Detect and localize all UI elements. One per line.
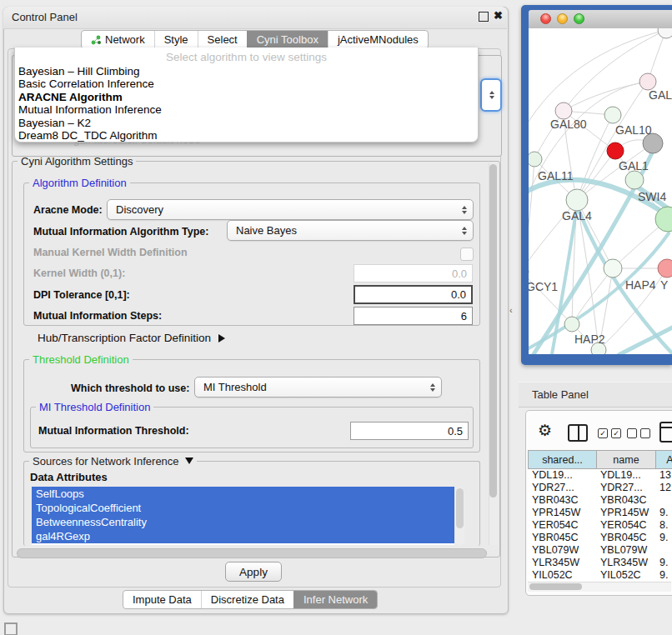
dpi-tolerance-field[interactable]: 0.0 <box>354 285 473 304</box>
mi-threshold-field[interactable]: 0.5 <box>350 422 469 440</box>
table-row[interactable]: YLR345WYLR345W9. <box>528 556 672 568</box>
which-threshold-value: MI Threshold <box>203 381 267 393</box>
algorithm-combo-button[interactable] <box>480 78 502 112</box>
tab-network[interactable]: Network <box>82 31 154 48</box>
algorithm-option-basic-correlation-inference[interactable]: Basic Correlation Inference <box>15 78 478 90</box>
aracne-mode-combo[interactable]: Discovery <box>107 199 474 220</box>
column-header-name[interactable]: name <box>597 451 656 468</box>
algorithm-dropdown-list: Select algorithm to view settings Bayesi… <box>14 48 479 142</box>
collapse-arrow-icon <box>185 458 193 464</box>
algorithm-option-bayesian-k2[interactable]: Bayesian – K2 <box>15 117 478 129</box>
table-cell: YDL19... <box>596 469 655 481</box>
network-edge[interactable] <box>577 200 599 350</box>
network-node[interactable] <box>625 171 644 189</box>
network-node[interactable] <box>604 107 621 123</box>
algorithm-option-mutual-information-inference[interactable]: Mutual Information Inference <box>15 103 478 116</box>
table-row[interactable]: YIL052CYIL052C9. <box>528 568 672 581</box>
algorithm-option-dream8-dc-tdc-algorithm[interactable]: Dream8 DC_TDC Algorithm <box>15 129 478 142</box>
tab-select[interactable]: Select <box>198 31 247 48</box>
table-row[interactable]: YDL19...YDL19...13 <box>528 469 672 482</box>
window-close-icon[interactable] <box>540 13 551 24</box>
tab-impute-data[interactable]: Impute Data <box>123 591 201 608</box>
dpi-tolerance-label: DPI Tolerance [0,1]: <box>33 289 130 301</box>
network-edge[interactable] <box>529 159 534 272</box>
network-canvas[interactable]: GAL7GAL80GAL10GAL1GAL11SWI4GAL4GCY1HAP4Y… <box>529 28 672 354</box>
network-node[interactable] <box>639 73 656 90</box>
manual-kernel-checkbox[interactable] <box>460 248 474 261</box>
tab-label: Impute Data <box>133 593 192 606</box>
network-node[interactable] <box>658 28 672 38</box>
table-cell: YER054C <box>528 519 596 531</box>
table-cell: YLR345W <box>528 557 596 568</box>
table-cell: 8. <box>655 519 672 531</box>
network-node[interactable] <box>529 152 542 167</box>
table-row[interactable]: YDR27...YDR27...12 <box>528 482 672 494</box>
tab-style[interactable]: Style <box>154 31 198 48</box>
settings-horizontal-scrollbar[interactable] <box>17 548 487 558</box>
node-label-gal80: GAL80 <box>550 118 587 131</box>
mi-type-combo[interactable]: Naive Bayes <box>227 220 474 241</box>
control-panel-tabs: NetworkStyleSelectCyni ToolboxjActiveMNo… <box>81 30 429 49</box>
network-node[interactable] <box>564 317 579 332</box>
deselect-all-icon[interactable] <box>627 428 650 438</box>
table-row[interactable]: YBL079WYBL079W <box>528 543 672 556</box>
algorithm-option-bayesian-hill-climbing[interactable]: Bayesian – Hill Climbing <box>15 65 478 78</box>
cyni-mode-tabs: Impute DataDiscretize DataInfer Network <box>123 590 378 609</box>
network-node[interactable] <box>566 189 588 211</box>
node-label-gal7: GAL7 <box>649 88 672 102</box>
table-horizontal-scrollbar-thumb[interactable] <box>529 583 582 590</box>
attribute-item-selfloops[interactable]: SelfLoops <box>32 487 454 501</box>
table-cell: YBR045C <box>528 532 596 543</box>
table-icon[interactable] <box>659 422 672 442</box>
network-node[interactable] <box>607 142 624 159</box>
mi-threshold-label: Mutual Information Threshold: <box>38 425 189 437</box>
attributes-scrollbar-thumb[interactable] <box>456 488 464 528</box>
collapsed-panel-icon[interactable] <box>4 622 18 635</box>
panel-divider-grip[interactable]: ‹ <box>509 305 513 315</box>
gear-icon[interactable]: ⚙ <box>538 422 552 440</box>
table-cell: YBR043C <box>528 494 596 506</box>
attribute-item-betweennesscentrality[interactable]: BetweennessCentrality <box>32 515 454 529</box>
expand-arrow-icon <box>218 334 225 342</box>
node-label-y: Y <box>660 278 669 292</box>
tab-label: Discretize Data <box>211 593 284 606</box>
table-row[interactable]: YPR145WYPR145W9. <box>528 507 672 519</box>
close-panel-icon[interactable]: ✖ <box>494 9 503 22</box>
hub-section-label: Hub/Transcription Factor Definition <box>38 332 211 344</box>
control-panel-titlebar <box>3 7 507 29</box>
network-node[interactable] <box>604 259 622 278</box>
table-panel-title: Table Panel <box>532 388 589 401</box>
tab-infer-network[interactable]: Infer Network <box>293 591 377 608</box>
hub-section-toggle[interactable]: Hub/Transcription Factor Definition <box>38 332 225 344</box>
table-row[interactable]: YBR043CYBR043C <box>528 494 672 507</box>
apply-button[interactable]: Apply <box>225 562 282 582</box>
float-window-icon[interactable] <box>479 12 489 22</box>
attribute-item-gal4rgexp[interactable]: gal4RGexp <box>32 529 454 543</box>
table-row[interactable]: YBR045CYBR045C9. <box>528 531 672 543</box>
kernel-width-field[interactable]: 0.0 <box>354 264 473 282</box>
settings-scrollbar-thumb[interactable] <box>489 164 497 498</box>
sources-group-toggle[interactable]: Sources for Network Inference <box>29 455 197 468</box>
aracne-mode-value: Discovery <box>116 203 163 216</box>
table-cell: YPR145W <box>596 507 655 518</box>
tab-discretize-data[interactable]: Discretize Data <box>201 591 293 608</box>
column-header-shared[interactable]: shared... <box>529 451 597 468</box>
window-minimize-icon[interactable] <box>557 13 568 24</box>
mi-threshold-group-title: MI Threshold Definition <box>36 401 153 413</box>
network-edge-highlighted[interactable] <box>619 326 672 354</box>
table-row[interactable]: YER054CYER054C8. <box>528 519 672 532</box>
window-zoom-icon[interactable] <box>574 13 584 24</box>
mi-steps-field[interactable]: 6 <box>354 307 473 325</box>
column-header-a[interactable]: A <box>656 451 672 468</box>
network-node[interactable] <box>658 259 672 278</box>
tab-jactivemnodules[interactable]: jActiveMNodules <box>328 31 428 48</box>
tab-cyni-toolbox[interactable]: Cyni Toolbox <box>247 31 328 48</box>
split-columns-icon[interactable] <box>568 424 588 442</box>
select-all-icon[interactable]: ✓ ✓ <box>598 428 621 438</box>
attribute-item-topologicalcoefficient[interactable]: TopologicalCoefficient <box>32 501 454 515</box>
node-label-hap2: HAP2 <box>574 332 605 346</box>
which-threshold-combo[interactable]: MI Threshold <box>194 377 442 398</box>
network-node[interactable] <box>555 102 572 119</box>
spinner-arrows-icon <box>489 91 494 99</box>
algorithm-option-aracne-algorithm[interactable]: ARACNE Algorithm <box>15 91 478 103</box>
